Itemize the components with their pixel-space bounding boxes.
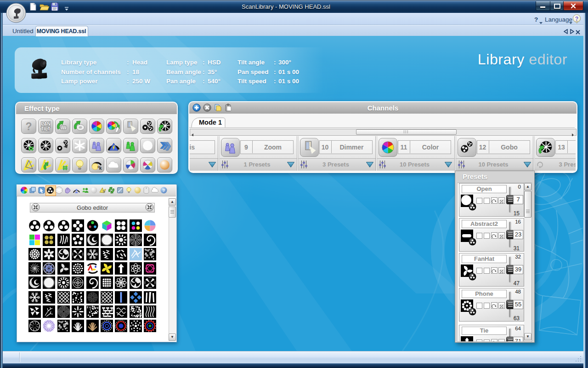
svg-text:PAN: PAN bbox=[41, 121, 50, 126]
svg-text:°k: °k bbox=[97, 166, 102, 171]
svg-text:TILT: TILT bbox=[41, 126, 50, 132]
svg-text:?: ? bbox=[575, 16, 578, 22]
svg-text:?: ? bbox=[163, 188, 165, 193]
svg-text:?: ? bbox=[25, 121, 32, 132]
